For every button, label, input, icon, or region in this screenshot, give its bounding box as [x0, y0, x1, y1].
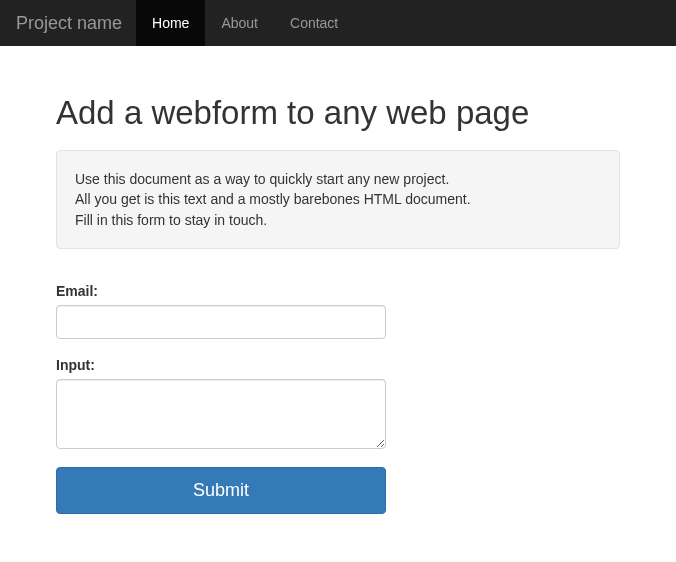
navbar: Project name Home About Contact: [0, 0, 676, 46]
nav-item-contact[interactable]: Contact: [274, 0, 354, 46]
email-field[interactable]: [56, 305, 386, 339]
nav-link-home[interactable]: Home: [136, 0, 205, 46]
email-label: Email:: [56, 283, 386, 299]
intro-line-2: All you get is this text and a mostly ba…: [75, 189, 601, 209]
intro-line-3: Fill in this form to stay in touch.: [75, 210, 601, 230]
contact-form: Email: Input: Submit: [56, 283, 620, 514]
form-group-input: Input:: [56, 357, 386, 449]
nav-link-about[interactable]: About: [205, 0, 274, 46]
main-container: Add a webform to any web page Use this d…: [48, 94, 628, 514]
input-label: Input:: [56, 357, 386, 373]
input-textarea[interactable]: [56, 379, 386, 449]
navbar-brand[interactable]: Project name: [16, 0, 136, 46]
intro-well: Use this document as a way to quickly st…: [56, 150, 620, 249]
page-heading: Add a webform to any web page: [56, 94, 620, 132]
submit-button[interactable]: Submit: [56, 467, 386, 514]
nav-item-home[interactable]: Home: [136, 0, 205, 46]
navbar-nav: Home About Contact: [136, 0, 354, 46]
form-group-email: Email:: [56, 283, 386, 339]
nav-link-contact[interactable]: Contact: [274, 0, 354, 46]
nav-item-about[interactable]: About: [205, 0, 274, 46]
intro-line-1: Use this document as a way to quickly st…: [75, 169, 601, 189]
